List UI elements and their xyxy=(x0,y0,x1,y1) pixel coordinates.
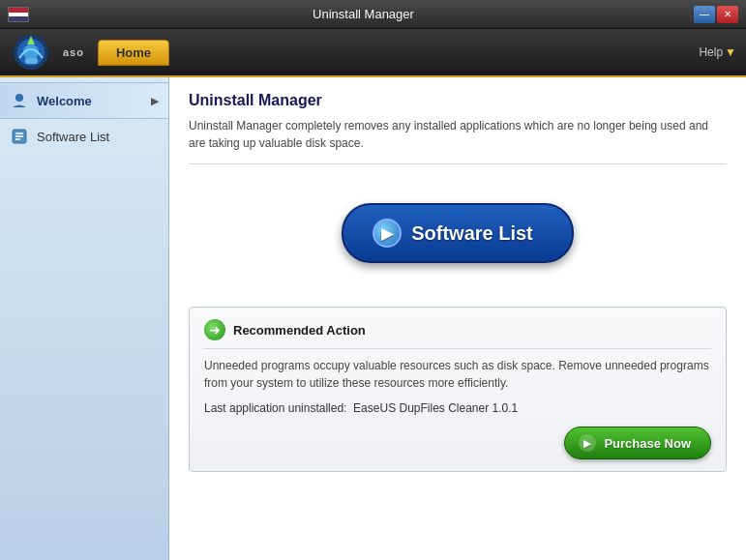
window-title: Uninstall Manager xyxy=(33,7,694,21)
sidebar: Welcome ▶ Software List xyxy=(0,77,169,560)
welcome-chevron-icon: ▶ xyxy=(151,96,159,106)
recommended-action-box: ➜ Recommended Action Unneeded programs o… xyxy=(189,307,727,472)
last-uninstalled-app: EaseUS DupFiles Cleaner 1.0.1 xyxy=(353,401,518,415)
welcome-icon xyxy=(10,91,29,110)
content-area: Uninstall Manager Uninstall Manager comp… xyxy=(169,77,746,560)
last-uninstalled-label: Last application uninstalled: xyxy=(204,401,346,415)
last-uninstalled: Last application uninstalled: EaseUS Dup… xyxy=(204,401,711,415)
purchase-now-button[interactable]: ▶ Purchase Now xyxy=(564,427,711,459)
home-tab[interactable]: Home xyxy=(98,40,169,66)
software-list-button-label: Software List xyxy=(411,222,533,245)
sidebar-item-software-list[interactable]: Software List xyxy=(0,119,168,154)
close-button[interactable]: ✕ xyxy=(717,6,738,23)
content-title: Uninstall Manager xyxy=(189,92,727,109)
welcome-label: Welcome xyxy=(37,94,92,108)
software-list-label: Software List xyxy=(37,130,109,144)
minimize-button[interactable]: — xyxy=(694,6,715,23)
brand-label: aso xyxy=(63,46,84,58)
recommended-header: ➜ Recommended Action xyxy=(204,319,711,349)
svg-rect-3 xyxy=(25,58,38,64)
help-label: Help xyxy=(699,45,723,59)
software-list-play-icon: ▶ xyxy=(373,219,402,248)
software-list-icon xyxy=(10,127,29,146)
recommended-title: Recommended Action xyxy=(233,323,366,338)
main-layout: Welcome ▶ Software List Uninstall Manage… xyxy=(0,77,746,560)
software-list-main-button[interactable]: ▶ Software List xyxy=(342,203,574,263)
svg-point-5 xyxy=(15,94,23,102)
title-bar: Uninstall Manager — ✕ xyxy=(0,0,746,29)
purchase-play-icon: ▶ xyxy=(579,434,596,452)
toolbar: aso Home Help ▼ xyxy=(0,29,746,77)
recommended-text: Unneeded programs occupy valuable resour… xyxy=(204,357,711,392)
purchase-button-wrap: ▶ Purchase Now xyxy=(204,427,711,459)
watermark: syg3xn.com xyxy=(694,546,740,556)
content-description: Uninstall Manager completely removes any… xyxy=(189,117,727,164)
help-button[interactable]: Help ▼ xyxy=(699,45,736,59)
window-controls: — ✕ xyxy=(694,6,738,23)
app-logo xyxy=(10,31,53,74)
recommended-arrow-icon: ➜ xyxy=(204,319,225,340)
software-list-button-wrap: ▶ Software List xyxy=(189,174,727,302)
flag-icon xyxy=(8,7,29,22)
sidebar-item-welcome[interactable]: Welcome ▶ xyxy=(0,82,168,119)
help-arrow-icon: ▼ xyxy=(725,45,736,59)
purchase-label: Purchase Now xyxy=(604,436,691,451)
toolbar-nav: Home xyxy=(98,40,169,66)
